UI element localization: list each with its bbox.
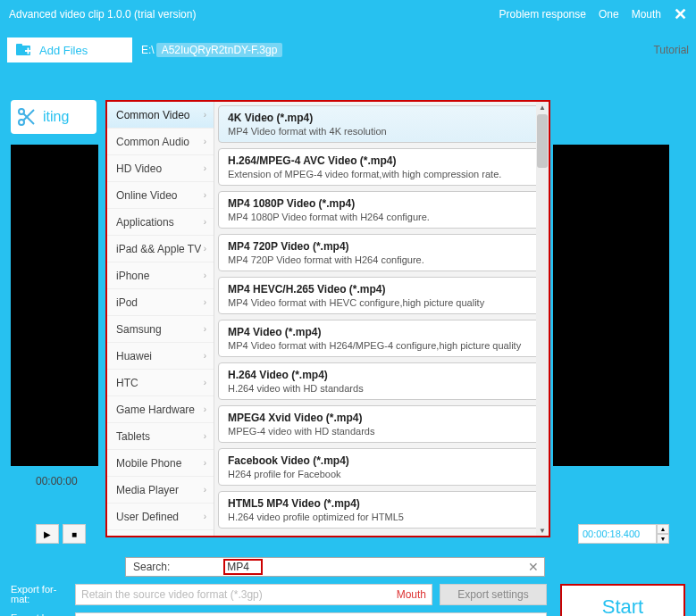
export-location-field[interactable]: C:\Users\Administrator\Videos\ 📁 🔍	[75, 612, 547, 616]
current-file-path: E:\ A52IuQRyR2tnDY-F.3gp	[141, 43, 282, 57]
link-mouth[interactable]: Mouth	[632, 8, 661, 21]
chevron-right-icon: ›	[204, 110, 206, 120]
chevron-right-icon: ›	[204, 378, 206, 387]
format-item[interactable]: HTML5 MP4 Video (*.mp4)H.264 video profi…	[218, 491, 545, 529]
trim-end-icon[interactable]	[644, 493, 666, 514]
search-label: Search:	[133, 561, 170, 573]
chevron-right-icon: ›	[204, 271, 206, 280]
scrollbar[interactable]: ▲ ▼	[536, 102, 549, 536]
svg-point-9	[39, 505, 43, 509]
scroll-thumb[interactable]	[537, 114, 548, 168]
export-settings-button[interactable]: Export settings	[440, 584, 547, 605]
format-item[interactable]: H.264/MPEG-4 AVC Video (*.mp4)Extension …	[218, 148, 545, 186]
format-item[interactable]: MP4 Video (*.mp4)MP4 Video format with H…	[218, 320, 545, 357]
category-item[interactable]: iPod›	[107, 289, 214, 316]
scroll-up-icon[interactable]: ▲	[537, 102, 548, 112]
export-format-label: Export for- mat:	[11, 585, 68, 604]
format-item[interactable]: MP4 720P Video (*.mp4)MP4 720P Video for…	[218, 234, 545, 271]
search-input[interactable]	[223, 559, 263, 575]
category-item[interactable]: User Defined›	[107, 504, 214, 530]
titlebar: Advanced video clip 1.0.0 (trial version…	[0, 0, 696, 29]
chevron-right-icon: ›	[204, 404, 206, 414]
window-title: Advanced video clip 1.0.0 (trial version…	[9, 8, 196, 21]
spinner-down[interactable]: ▼	[657, 534, 669, 544]
category-item[interactable]: Media Player›	[107, 477, 214, 504]
category-item[interactable]: Recent›	[107, 530, 214, 536]
svg-rect-3	[28, 48, 29, 54]
editing-button[interactable]: iting	[11, 100, 96, 134]
category-item[interactable]: Samsung›	[107, 316, 214, 343]
add-files-button[interactable]: Add Files	[7, 37, 132, 62]
transport-controls: ▶ ■	[36, 524, 86, 544]
category-item[interactable]: Online Video›	[107, 182, 214, 209]
add-files-label: Add Files	[39, 44, 88, 57]
category-item[interactable]: iPhone›	[107, 262, 214, 289]
search-row: Search: ✕	[125, 557, 545, 577]
format-list: 4K Video (*.mp4)MP4 Video format with 4K…	[214, 102, 549, 536]
scissors-icon	[16, 106, 38, 128]
timecode-start: 00:00:00	[36, 475, 78, 487]
chevron-right-icon: ›	[204, 244, 206, 254]
category-item[interactable]: HTC›	[107, 370, 214, 396]
format-item[interactable]: 4K Video (*.mp4)MP4 Video format with 4K…	[218, 105, 545, 143]
category-item[interactable]: Huawei›	[107, 343, 214, 370]
category-list: Common Video›Common Audio›HD Video›Onlin…	[107, 102, 214, 536]
duration-input[interactable]	[578, 524, 657, 544]
tutorial-link[interactable]: Tutorial	[653, 44, 689, 56]
chevron-right-icon: ›	[204, 485, 206, 495]
category-item[interactable]: Common Audio›	[107, 129, 214, 155]
format-item[interactable]: MP4 1080P Video (*.mp4)MP4 1080P Video f…	[218, 191, 545, 229]
start-button[interactable]: Start	[560, 584, 685, 616]
chevron-right-icon: ›	[204, 297, 206, 307]
preview-right	[553, 145, 669, 466]
add-files-icon	[16, 43, 32, 57]
chevron-right-icon: ›	[204, 458, 206, 468]
category-item[interactable]: Tablets›	[107, 423, 214, 450]
chevron-right-icon: ›	[204, 324, 206, 334]
svg-rect-1	[16, 44, 22, 47]
svg-point-11	[648, 505, 651, 509]
format-item[interactable]: MPEG4 Xvid Video (*.mp4)MPEG-4 video wit…	[218, 405, 545, 443]
close-icon[interactable]: ✕	[674, 4, 687, 24]
category-item[interactable]: Game Hardware›	[107, 396, 214, 423]
main-area: Add Files E:\ A52IuQRyR2tnDY-F.3gp Tutor…	[0, 29, 696, 616]
category-item[interactable]: iPad && Apple TV›	[107, 236, 214, 262]
chevron-right-icon: ›	[204, 163, 206, 173]
category-item[interactable]: Mobile Phone›	[107, 450, 214, 477]
link-one[interactable]: One	[599, 8, 619, 21]
editing-label: iting	[43, 109, 69, 125]
chevron-right-icon: ›	[204, 431, 206, 441]
export-format-field[interactable]: Retain the source video format (*.3gp) M…	[75, 584, 432, 605]
trim-start-icon[interactable]	[25, 493, 46, 514]
format-item[interactable]: Facebook Video (*.mp4)H264 profile for F…	[218, 448, 545, 486]
svg-point-8	[39, 498, 43, 502]
format-item[interactable]: MP4 HEVC/H.265 Video (*.mp4)MP4 Video fo…	[218, 277, 545, 314]
svg-point-10	[648, 498, 651, 502]
chevron-right-icon: ›	[204, 351, 206, 361]
chevron-right-icon: ›	[204, 512, 206, 521]
chevron-right-icon: ›	[204, 217, 206, 227]
preview-left	[11, 145, 98, 466]
clear-search-icon[interactable]: ✕	[528, 560, 539, 574]
format-item[interactable]: H.264 Video (*.mp4)H.264 video with HD s…	[218, 362, 545, 400]
category-item[interactable]: Common Video›	[107, 102, 214, 129]
chevron-right-icon: ›	[204, 137, 206, 146]
category-item[interactable]: Applications›	[107, 209, 214, 236]
category-item[interactable]: HD Video›	[107, 155, 214, 182]
scroll-down-icon[interactable]: ▼	[537, 525, 548, 536]
stop-button[interactable]: ■	[63, 524, 86, 544]
format-dropdown-panel: Common Video›Common Audio›HD Video›Onlin…	[105, 100, 550, 537]
play-button[interactable]: ▶	[36, 524, 59, 544]
chevron-right-icon: ›	[204, 190, 206, 200]
link-problem-response[interactable]: Problem response	[499, 8, 586, 21]
spinner-up[interactable]: ▲	[657, 524, 669, 534]
